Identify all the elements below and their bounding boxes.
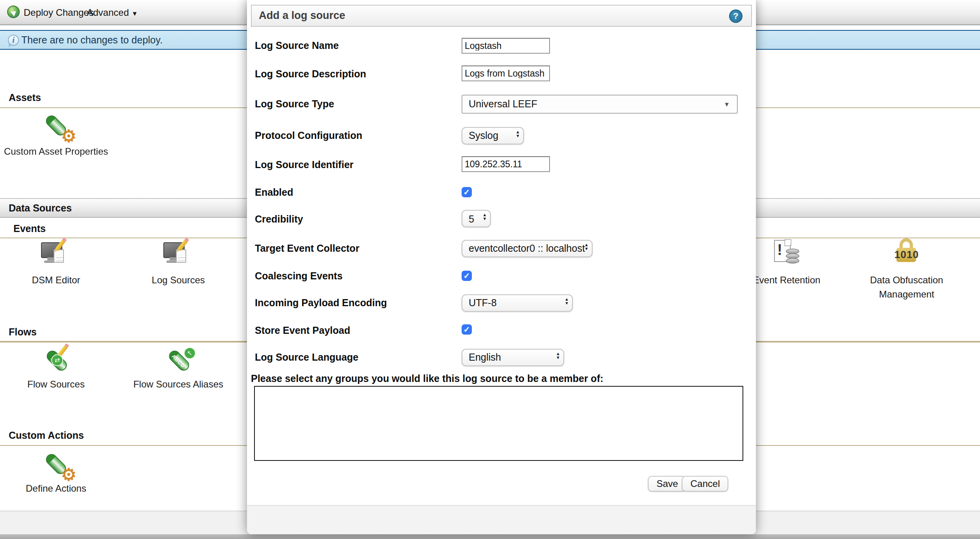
page-bottom-edge: [0, 534, 980, 539]
dialog-title: Add a log source: [259, 9, 345, 21]
label-coalescing-events: Coalescing Events: [255, 271, 456, 282]
deploy-changes-button[interactable]: Deploy Changes: [24, 7, 94, 18]
store-event-payload-checkbox[interactable]: ✓: [462, 324, 472, 335]
log-source-language-select[interactable]: English ▲▼: [462, 348, 564, 366]
credibility-select[interactable]: 5 ▲▼: [462, 210, 491, 227]
log-source-description-input[interactable]: [462, 66, 550, 81]
advanced-menu[interactable]: Advanced ▼: [87, 7, 138, 18]
define-actions-icon[interactable]: ⚙: [39, 449, 74, 481]
admin-page: Deploy Changes Advanced ▼ i There are no…: [0, 0, 980, 539]
enabled-checkbox[interactable]: ✓: [462, 187, 472, 197]
select-arrows-icon: ▲▼: [483, 213, 487, 221]
log-sources-label[interactable]: Log Sources: [131, 275, 226, 286]
log-source-type-dropdown[interactable]: Universal LEEF ▼: [462, 94, 738, 113]
section-title-custom-actions: Custom Actions: [9, 430, 84, 441]
section-title-data-sources: Data Sources: [9, 203, 72, 214]
groups-prompt: Please select any groups you would like …: [251, 373, 603, 384]
label-enabled: Enabled: [255, 187, 456, 198]
label-store-event-payload: Store Event Payload: [255, 325, 456, 336]
deploy-changes-icon: [7, 6, 20, 18]
data-obfuscation-label-line2[interactable]: Management: [855, 288, 958, 299]
data-obfuscation-icon[interactable]: 1010: [890, 238, 925, 270]
label-log-source-description: Log Source Description: [255, 69, 456, 80]
log-source-identifier-input[interactable]: [462, 156, 550, 172]
flow-sources-icon[interactable]: ⇄: [40, 346, 75, 377]
groups-selection-box[interactable]: [254, 386, 743, 461]
coalescing-events-checkbox[interactable]: ✓: [462, 270, 472, 281]
select-arrows-icon: ▲▼: [565, 297, 569, 305]
custom-asset-properties-icon[interactable]: ⚙: [39, 110, 74, 142]
flow-sources-aliases-icon[interactable]: ABCD ↖: [163, 346, 197, 377]
label-log-source-language: Log Source Language: [255, 352, 456, 363]
info-icon: i: [8, 34, 19, 45]
help-icon[interactable]: ?: [729, 9, 742, 22]
label-credibility: Credibility: [255, 213, 456, 225]
label-incoming-payload-encoding: Incoming Payload Encoding: [255, 298, 456, 309]
dialog-header: Add a log source ?: [251, 5, 752, 27]
dsm-editor-icon[interactable]: [40, 241, 75, 273]
label-log-source-name: Log Source Name: [255, 40, 456, 51]
section-title-flows: Flows: [9, 326, 37, 337]
flow-sources-aliases-label[interactable]: Flow Sources Aliases: [115, 379, 241, 390]
custom-asset-properties-label[interactable]: Custom Asset Properties: [0, 146, 115, 157]
select-arrows-icon: ▲▼: [556, 352, 560, 359]
define-actions-label[interactable]: Define Actions: [9, 483, 103, 494]
add-log-source-dialog: Add a log source ? Log Source Name Log S…: [247, 0, 756, 534]
dialog-footer: [247, 505, 756, 534]
data-obfuscation-label-line1[interactable]: Data Obfuscation: [855, 275, 958, 286]
cancel-button[interactable]: Cancel: [682, 476, 729, 492]
target-event-collector-select[interactable]: eventcollector0 :: localhost ▲▼: [462, 240, 593, 257]
dsm-editor-label[interactable]: DSM Editor: [9, 275, 103, 286]
section-title-events: Events: [13, 223, 46, 234]
log-source-name-input[interactable]: [462, 37, 550, 53]
select-arrows-icon: ▲▼: [516, 130, 520, 138]
label-log-source-identifier: Log Source Identifier: [255, 159, 456, 170]
label-protocol-configuration: Protocol Configuration: [255, 130, 456, 141]
save-button[interactable]: Save: [648, 476, 687, 492]
log-sources-icon[interactable]: [163, 241, 197, 273]
event-retention-icon[interactable]: !: [772, 240, 806, 271]
label-target-event-collector: Target Event Collector: [255, 243, 456, 254]
protocol-configuration-select[interactable]: Syslog ▲▼: [462, 127, 524, 144]
caret-down-icon: ▼: [131, 10, 138, 17]
flow-sources-label[interactable]: Flow Sources: [9, 379, 103, 390]
section-title-assets: Assets: [9, 92, 41, 103]
incoming-payload-encoding-select[interactable]: UTF-8 ▲▼: [462, 294, 573, 311]
label-log-source-type: Log Source Type: [255, 99, 456, 110]
notice-text: There are no changes to deploy.: [21, 35, 163, 46]
select-arrows-icon: ▲▼: [584, 243, 589, 251]
caret-down-icon: ▼: [724, 101, 730, 108]
